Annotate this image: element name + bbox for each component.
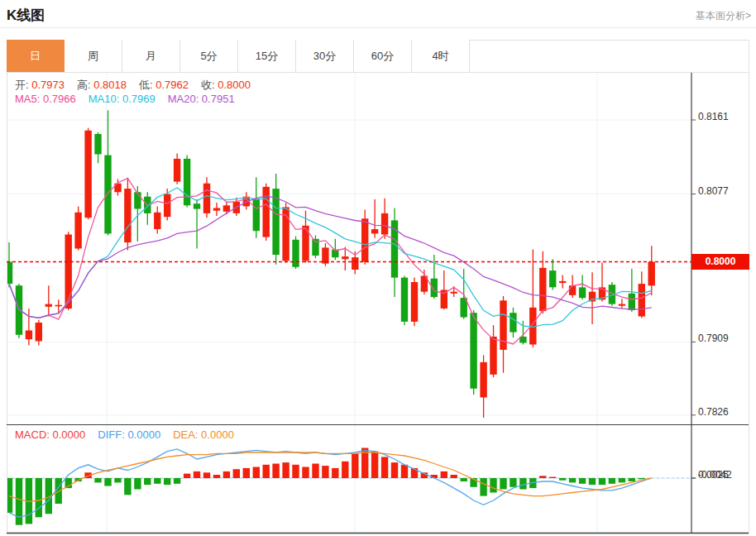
tab-15min[interactable]: 15分 bbox=[238, 40, 296, 72]
tab-5min[interactable]: 5分 bbox=[180, 40, 238, 72]
macd-legend: MACD: 0.0000DIFF: 0.0000DEA: 0.0000 bbox=[15, 428, 246, 441]
svg-text:0.7909: 0.7909 bbox=[698, 333, 729, 344]
last-price-badge: 0.8000 bbox=[691, 254, 749, 270]
svg-text:-0.0042: -0.0042 bbox=[698, 469, 732, 481]
legend-diff: DIFF: 0.0000 bbox=[98, 428, 160, 441]
tab-week[interactable]: 周 bbox=[65, 40, 122, 72]
legend-open: 开: 0.7973 bbox=[15, 79, 65, 91]
legend-ma5: MA5: 0.7966 bbox=[15, 93, 76, 105]
legend-macd: MACD: 0.0000 bbox=[15, 428, 85, 441]
macd-histogram bbox=[6, 448, 645, 525]
tab-30min[interactable]: 30分 bbox=[296, 40, 354, 72]
ohlc-legend: 开: 0.7973高: 0.8018低: 0.7962收: 0.8000 bbox=[15, 78, 263, 93]
interval-tab-bar: 日周月5分15分30分60分4时 bbox=[7, 40, 749, 73]
candles-layer bbox=[6, 110, 655, 418]
tab-day[interactable]: 日 bbox=[7, 40, 65, 72]
legend-dea: DEA: 0.0000 bbox=[173, 428, 234, 441]
legend-ma10: MA10: 0.7969 bbox=[89, 93, 156, 105]
tab-4hour[interactable]: 4时 bbox=[412, 40, 470, 72]
legend-ma20: MA20: 0.7951 bbox=[168, 93, 235, 105]
svg-text:0.7826: 0.7826 bbox=[698, 406, 729, 418]
svg-text:0.8077: 0.8077 bbox=[698, 185, 729, 197]
tab-month[interactable]: 月 bbox=[122, 40, 180, 72]
svg-text:0.8161: 0.8161 bbox=[698, 111, 729, 122]
ma-legend: MA5: 0.7966MA10: 0.7969MA20: 0.7951 bbox=[15, 93, 247, 105]
legend-low: 低: 0.7962 bbox=[139, 79, 189, 91]
grid-layer bbox=[7, 74, 691, 533]
legend-close: 收: 0.8000 bbox=[201, 79, 251, 91]
tab-60min[interactable]: 60分 bbox=[354, 40, 412, 72]
legend-high: 高: 0.8018 bbox=[77, 79, 127, 91]
